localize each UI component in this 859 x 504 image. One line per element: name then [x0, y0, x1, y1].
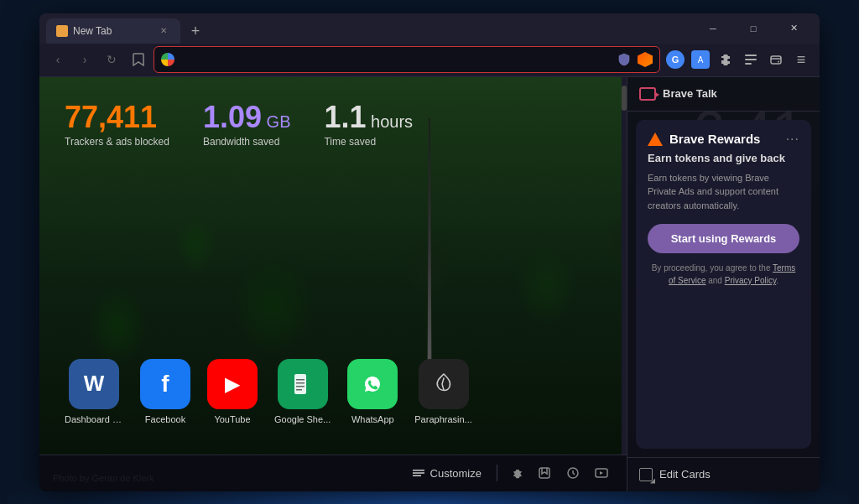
history-icon[interactable] [561, 461, 585, 485]
brave-talk-label: Brave Talk [663, 87, 717, 100]
shortcut-whatsapp[interactable]: WhatsApp [347, 359, 398, 424]
address-input[interactable] [180, 54, 611, 66]
back-button[interactable]: ‹ [46, 48, 70, 71]
svg-rect-1 [745, 59, 757, 60]
close-button[interactable]: ✕ [774, 16, 813, 41]
active-tab[interactable]: New Tab ✕ [46, 18, 180, 44]
svg-rect-0 [745, 55, 757, 56]
reload-button[interactable]: ↻ [100, 48, 123, 71]
shortcuts-grid: W Dashboard c... f Facebook ▶ YouTube [65, 359, 472, 424]
shortcut-facebook[interactable]: f Facebook [140, 359, 190, 424]
edit-cards-icon [639, 468, 653, 481]
trackers-stat: 77,411 Trackers & ads blocked [65, 102, 169, 148]
rewards-card: Brave Rewards ··· Earn tokens and give b… [636, 120, 811, 449]
svg-rect-6 [294, 374, 306, 394]
title-bar: New Tab ✕ + ─ □ ✕ [39, 13, 820, 44]
svg-rect-9 [296, 386, 305, 387]
svg-rect-8 [296, 382, 305, 384]
bandwidth-label: Bandwidth saved [203, 136, 291, 148]
tab-area: New Tab ✕ + [39, 13, 694, 44]
bookmark-button[interactable] [127, 48, 150, 71]
shortcut-paraphrase-label: Paraphrasin... [414, 414, 471, 424]
svg-rect-3 [771, 56, 781, 64]
window-controls: ─ □ ✕ [694, 16, 820, 41]
shortcut-sheets-label: Google She... [274, 414, 331, 424]
video-icon[interactable] [590, 461, 613, 485]
shortcut-paraphrase[interactable]: Paraphrasin... [414, 359, 471, 424]
shortcut-facebook-label: Facebook [145, 414, 185, 424]
shortcut-word-icon: W [69, 359, 119, 409]
scrollbar-thumb[interactable] [622, 86, 627, 111]
shortcut-whatsapp-label: WhatsApp [351, 414, 394, 424]
brave-talk-section[interactable]: Brave Talk [627, 77, 820, 112]
trackers-value: 77,411 [65, 102, 169, 132]
svg-rect-12 [539, 468, 549, 478]
shortcut-sheets-icon [278, 359, 328, 409]
svg-rect-7 [296, 379, 305, 381]
translate-ext-button[interactable]: A [689, 48, 712, 71]
bandwidth-stat: 1.09 GB Bandwidth saved [203, 102, 291, 148]
scrollbar[interactable] [622, 77, 627, 455]
shortcut-youtube-label: YouTube [214, 414, 250, 424]
shortcut-facebook-icon: f [140, 359, 190, 409]
google-ext-icon: G [666, 50, 685, 69]
edit-cards-label: Edit Cards [659, 468, 711, 481]
settings-icon[interactable] [504, 461, 528, 485]
customize-button[interactable]: Customize [403, 461, 490, 485]
sidebar-button[interactable] [739, 48, 763, 71]
bottom-bar: Customize [39, 455, 627, 491]
google-favicon [161, 53, 174, 66]
shortcut-word-label: Dashboard c... [65, 414, 123, 424]
shortcut-whatsapp-icon [347, 359, 398, 409]
new-tab-button[interactable]: + [184, 20, 207, 44]
tab-favicon [56, 25, 68, 37]
shortcut-word[interactable]: W Dashboard c... [65, 359, 123, 424]
time-value: 1.1 hours [324, 102, 413, 132]
forward-button[interactable]: › [73, 48, 96, 71]
time-label: Time saved [324, 136, 413, 148]
menu-button[interactable]: ≡ [789, 48, 813, 71]
address-bar[interactable] [154, 46, 660, 73]
browser-window: New Tab ✕ + ─ □ ✕ ‹ › ↻ [39, 13, 820, 491]
shortcut-paraphrase-icon [419, 359, 469, 409]
bottom-icons [504, 461, 613, 485]
minimize-button[interactable]: ─ [694, 16, 732, 41]
shortcut-youtube[interactable]: ▶ YouTube [207, 359, 258, 424]
brave-talk-icon [639, 87, 656, 101]
rewards-description: Earn tokens by viewing Brave Private Ads… [648, 171, 799, 213]
tab-close-button[interactable]: ✕ [157, 24, 170, 38]
bookmarks-icon[interactable] [533, 461, 556, 485]
customize-label: Customize [430, 467, 482, 480]
shortcut-youtube-icon: ▶ [207, 359, 258, 409]
brave-rewards-icon [648, 132, 663, 146]
rewards-tos: By proceeding, you agree to the Terms of… [648, 262, 799, 287]
brave-rewards-icon[interactable] [638, 52, 653, 67]
privacy-link[interactable]: Privacy Policy [725, 276, 777, 285]
rewards-menu-button[interactable]: ··· [786, 132, 799, 147]
browser-content: 77,411 Trackers & ads blocked 1.09 GB Ba… [39, 77, 820, 491]
svg-point-4 [778, 61, 779, 63]
shortcut-sheets[interactable]: Google She... [274, 359, 331, 424]
google-ext-button[interactable]: G [664, 48, 687, 71]
bottom-divider [497, 465, 497, 481]
rewards-header: Brave Rewards ··· [648, 132, 799, 147]
start-rewards-button[interactable]: Start using Rewards [648, 224, 799, 253]
right-panel: Brave Talk Brave Rewards ··· Earn tokens… [627, 77, 820, 491]
translate-ext-icon: A [691, 50, 710, 69]
svg-rect-10 [296, 389, 302, 391]
bandwidth-value: 1.09 GB [203, 102, 291, 132]
brave-wallet-button[interactable] [764, 48, 788, 71]
trackers-label: Trackers & ads blocked [65, 136, 169, 148]
toolbar-right: G A [664, 48, 813, 71]
svg-rect-2 [745, 63, 752, 65]
tab-title: New Tab [73, 25, 152, 37]
rewards-tagline: Earn tokens and give back [648, 152, 799, 164]
stats-overlay: 77,411 Trackers & ads blocked 1.09 GB Ba… [65, 102, 413, 148]
toolbar: ‹ › ↻ G A [39, 44, 820, 77]
time-stat: 1.1 hours Time saved [324, 102, 413, 148]
brave-shield-icon[interactable] [616, 51, 633, 68]
extensions-button[interactable] [714, 48, 737, 71]
edit-cards-button[interactable]: Edit Cards [627, 457, 820, 491]
rewards-title: Brave Rewards [669, 132, 779, 146]
maximize-button[interactable]: □ [734, 16, 773, 41]
